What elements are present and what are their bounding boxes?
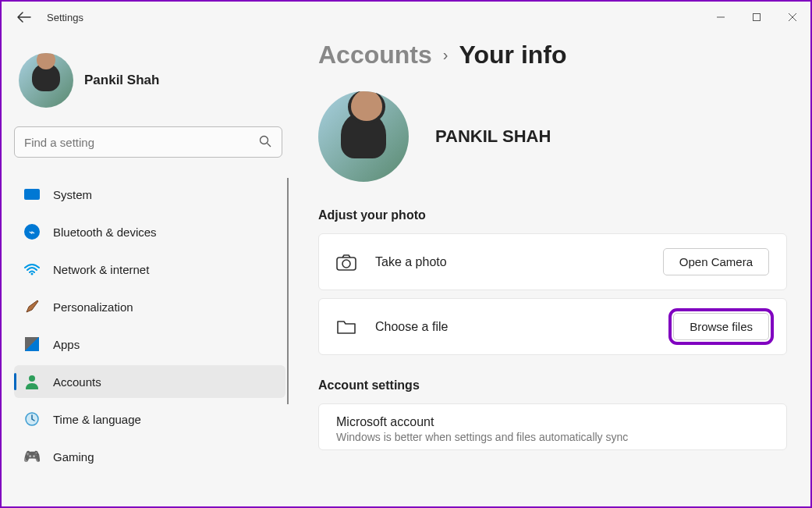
svg-point-5 <box>29 375 35 382</box>
nav-label: System <box>53 188 92 201</box>
svg-point-8 <box>342 260 350 268</box>
nav-label: Gaming <box>53 450 94 464</box>
nav-item-system[interactable]: System <box>14 178 285 211</box>
svg-point-2 <box>261 137 268 144</box>
search-wrap <box>14 126 282 158</box>
brush-icon <box>23 298 41 315</box>
nav-label: Accounts <box>53 375 101 389</box>
nav-item-time[interactable]: Time & language <box>14 403 285 435</box>
take-photo-card: Take a photo Open Camera <box>318 233 787 290</box>
user-block[interactable]: Pankil Shah <box>14 48 290 126</box>
open-camera-button[interactable]: Open Camera <box>663 248 769 275</box>
search-icon <box>259 135 271 147</box>
profile-row: PANKIL SHAH <box>318 91 787 182</box>
nav-item-apps[interactable]: Apps <box>14 328 285 361</box>
take-photo-label: Take a photo <box>375 255 663 269</box>
nav-list: System ⌁ Bluetooth & devices Network & i… <box>14 178 290 478</box>
back-button[interactable] <box>17 12 31 23</box>
folder-icon <box>336 318 358 336</box>
account-settings-title: Account settings <box>318 378 787 393</box>
nav-label: Apps <box>53 338 80 351</box>
breadcrumb: Accounts › Your info <box>318 41 787 69</box>
nav-label: Time & language <box>53 413 141 426</box>
microsoft-account-card[interactable]: Microsoft account Windows is better when… <box>318 403 787 450</box>
browse-files-button[interactable]: Browse files <box>673 313 769 340</box>
main-panel: Accounts › Your info PANKIL SHAH Adjust … <box>290 33 810 506</box>
system-icon <box>23 186 41 203</box>
choose-file-card: Choose a file Browse files <box>318 298 787 355</box>
minimize-button[interactable] <box>703 2 739 33</box>
profile-avatar <box>318 91 409 182</box>
nav-item-gaming[interactable]: 🎮 Gaming <box>14 440 285 473</box>
clock-icon <box>23 410 41 428</box>
maximize-button[interactable] <box>739 2 775 33</box>
nav-item-personalization[interactable]: Personalization <box>14 290 285 323</box>
profile-display-name: PANKIL SHAH <box>435 126 551 147</box>
scrollbar[interactable] <box>287 178 289 404</box>
apps-icon <box>23 336 41 353</box>
content-area: Pankil Shah System ⌁ Bluetooth & devices <box>2 33 810 506</box>
titlebar-left: Settings <box>17 12 83 23</box>
user-name: Pankil Shah <box>84 73 159 88</box>
nav-item-bluetooth[interactable]: ⌁ Bluetooth & devices <box>14 215 285 248</box>
breadcrumb-current: Your info <box>459 41 566 69</box>
user-avatar <box>19 53 73 108</box>
nav-item-accounts[interactable]: Accounts <box>14 365 285 398</box>
nav-item-network[interactable]: Network & internet <box>14 253 285 286</box>
chevron-right-icon: › <box>443 46 449 64</box>
window-controls <box>703 2 810 33</box>
search-input[interactable] <box>14 126 282 158</box>
breadcrumb-parent[interactable]: Accounts <box>318 41 432 69</box>
microsoft-account-subtitle: Windows is better when settings and file… <box>336 431 769 443</box>
nav-label: Personalization <box>53 300 133 314</box>
choose-file-label: Choose a file <box>375 320 673 334</box>
svg-line-3 <box>268 144 271 147</box>
titlebar: Settings <box>2 2 810 33</box>
bluetooth-icon: ⌁ <box>23 223 41 240</box>
app-title: Settings <box>47 12 83 23</box>
gamepad-icon: 🎮 <box>23 448 41 465</box>
camera-icon <box>336 254 358 271</box>
nav-label: Network & internet <box>53 263 149 276</box>
adjust-photo-title: Adjust your photo <box>318 208 787 222</box>
microsoft-account-title: Microsoft account <box>336 415 769 429</box>
svg-point-4 <box>31 273 34 275</box>
close-button[interactable] <box>775 2 810 33</box>
person-icon <box>23 373 41 390</box>
nav-label: Bluetooth & devices <box>53 226 157 239</box>
svg-rect-1 <box>753 14 761 21</box>
sidebar: Pankil Shah System ⌁ Bluetooth & devices <box>2 33 290 506</box>
wifi-icon <box>23 261 41 278</box>
